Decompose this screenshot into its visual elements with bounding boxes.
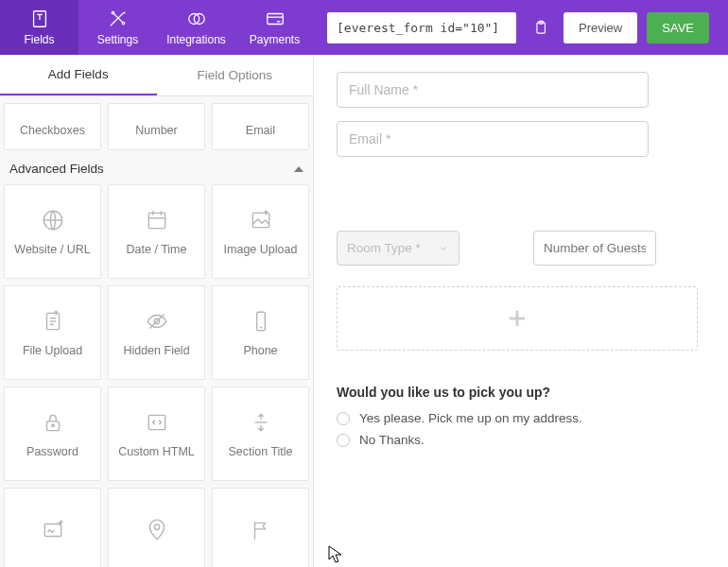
tab-integrations[interactable]: Integrations (157, 0, 235, 55)
radio-icon (337, 412, 350, 425)
file-upload-icon (41, 309, 65, 334)
settings-icon (108, 9, 129, 29)
lock-icon (41, 410, 65, 435)
svg-point-3 (112, 11, 113, 13)
field-label: Hidden Field (123, 344, 189, 357)
field-password[interactable]: Password (4, 387, 101, 481)
location-icon (145, 518, 169, 542)
field-label: Email (246, 124, 275, 137)
fullname-input[interactable] (337, 72, 649, 108)
field-label: Website / URL (14, 243, 90, 256)
svg-point-4 (122, 22, 124, 24)
field-label: Image Upload (224, 243, 298, 256)
field-label: Password (26, 445, 78, 458)
field-custom-html[interactable]: Custom HTML (108, 387, 205, 481)
email-input[interactable] (337, 121, 649, 157)
field-label: Phone (243, 344, 277, 357)
question-label: Would you like us to pick you up? (337, 385, 719, 400)
svg-rect-13 (148, 213, 165, 228)
html-icon (145, 410, 169, 435)
calendar-icon (145, 208, 169, 232)
roomtype-placeholder: Room Type * (347, 241, 421, 255)
roomtype-select[interactable]: Room Type * (337, 231, 459, 266)
tab-settings[interactable]: Settings (78, 0, 157, 55)
tab-payments[interactable]: Payments (235, 0, 314, 55)
phone-icon (249, 309, 273, 334)
image-upload-icon (249, 208, 273, 232)
tab-fields[interactable]: Fields (0, 0, 78, 55)
field-section-title[interactable]: Section Title (212, 387, 309, 481)
signature-icon (41, 518, 65, 542)
preview-button[interactable]: Preview (563, 12, 637, 43)
svg-rect-17 (252, 213, 269, 227)
svg-rect-34 (44, 524, 61, 536)
field-image-upload[interactable]: Image Upload (212, 184, 309, 279)
field-label: File Upload (23, 344, 82, 357)
radio-option-yes[interactable]: Yes please. Pick me up on my address. (337, 411, 719, 425)
tab-payments-label: Payments (250, 33, 300, 46)
field-website[interactable]: Website / URL (4, 184, 101, 279)
section-icon (249, 410, 273, 435)
subtab-field-options[interactable]: Field Options (157, 55, 314, 95)
flag-icon (249, 518, 273, 542)
field-label: Number (135, 124, 177, 137)
svg-rect-28 (46, 421, 59, 430)
clipboard-icon (532, 20, 548, 36)
field-datetime[interactable]: Date / Time (108, 184, 205, 279)
integrations-icon (186, 9, 207, 29)
hidden-icon (145, 309, 169, 334)
field-phone[interactable]: Phone (212, 285, 309, 380)
field-checkboxes[interactable]: Checkboxes (4, 103, 101, 150)
field-label: Checkboxes (20, 124, 85, 137)
field-label: Section Title (228, 445, 292, 458)
field-address[interactable] (108, 488, 205, 567)
tab-integrations-label: Integrations (166, 33, 226, 46)
svg-point-35 (154, 524, 159, 529)
field-signature[interactable] (4, 488, 101, 567)
payments-icon (265, 9, 286, 29)
chevron-up-icon (294, 166, 303, 172)
group-title: Advanced Fields (9, 162, 104, 176)
tab-fields-label: Fields (24, 33, 54, 46)
copy-shortcode-button[interactable] (526, 10, 554, 44)
guests-input[interactable] (533, 231, 656, 266)
radio-icon (337, 434, 350, 447)
chevron-down-icon (438, 243, 449, 254)
svg-rect-7 (267, 14, 283, 25)
svg-point-29 (51, 423, 54, 426)
radio-label: Yes please. Pick me up on my address. (359, 411, 582, 425)
plus-icon (504, 305, 530, 332)
tab-settings-label: Settings (97, 33, 138, 46)
svg-rect-30 (148, 415, 165, 429)
radio-option-no[interactable]: No Thanks. (337, 433, 719, 447)
save-button[interactable]: SAVE (647, 12, 709, 43)
field-hidden[interactable]: Hidden Field (108, 285, 205, 380)
field-country[interactable] (212, 488, 309, 567)
field-file-upload[interactable]: File Upload (4, 285, 101, 380)
field-label: Custom HTML (118, 445, 195, 458)
globe-icon (41, 208, 65, 232)
field-number[interactable]: Number (108, 103, 205, 150)
subtab-add-fields[interactable]: Add Fields (0, 55, 157, 95)
dropzone[interactable] (337, 286, 698, 351)
radio-label: No Thanks. (359, 433, 425, 447)
field-email[interactable]: Email (212, 103, 309, 150)
field-label: Date / Time (127, 243, 187, 256)
group-advanced-header[interactable]: Advanced Fields (4, 150, 309, 178)
shortcode-display[interactable]: [everest_form id="10"] (327, 12, 516, 43)
fields-icon (29, 9, 50, 29)
